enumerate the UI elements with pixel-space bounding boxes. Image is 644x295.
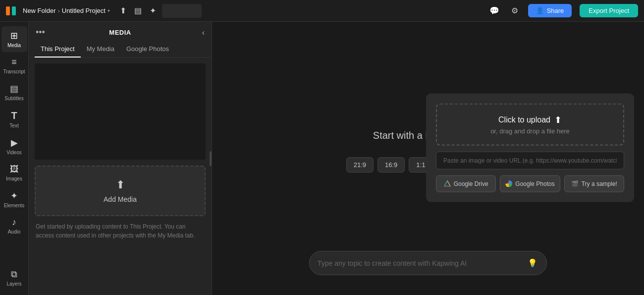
sidebar-item-audio[interactable]: ♪ Audio (1, 213, 27, 238)
tab-my-media[interactable]: My Media (81, 41, 120, 58)
text-icon: T (11, 110, 17, 121)
source-buttons: Google Drive Google Photos 🎬 Try a sampl… (436, 175, 624, 192)
panel-tabs: This Project My Media Google Photos (29, 41, 212, 58)
svg-line-2 (447, 180, 450, 186)
project-name[interactable]: Untitled Project (62, 7, 106, 14)
video-preview-thumbnail (35, 63, 206, 160)
sidebar-label-subtitles: Subtitles (4, 96, 23, 101)
sidebar-item-images[interactable]: 🖼 Images (1, 160, 27, 185)
sidebar-item-videos[interactable]: ▶ Videos (1, 133, 27, 159)
folder-name[interactable]: New Folder (23, 7, 55, 14)
panel-collapse-button[interactable]: ‹ (201, 27, 206, 38)
sidebar-item-subtitles[interactable]: ▤ Subtitles (1, 79, 27, 105)
panel-hint-text: Get started by uploading content to This… (35, 222, 206, 240)
layout-icon-btn[interactable]: ▤ (132, 4, 144, 17)
panel-resize-handle[interactable] (210, 151, 212, 166)
ai-input-bar: 💡 (309, 251, 547, 275)
sidebar-label-layers: Layers (6, 281, 21, 287)
sidebar-item-layers[interactable]: ⧉ Layers (1, 265, 27, 291)
sidebar-label-media: Media (7, 43, 21, 48)
upload-text: Click to upload (498, 115, 550, 124)
google-drive-label: Google Drive (454, 180, 488, 187)
topbar-right-icons: 💬 ⚙ 👤 Share Export Project (487, 4, 638, 17)
videos-icon: ▶ (11, 137, 18, 148)
sidebar-item-transcript[interactable]: ≡ Transcript (1, 53, 27, 78)
left-sidebar: ⊞ Media ≡ Transcript ▤ Subtitles T Text … (0, 22, 29, 295)
google-drive-icon (444, 180, 451, 187)
share-button[interactable]: 👤 Share (528, 4, 572, 17)
svg-marker-0 (444, 180, 450, 186)
sidebar-label-audio: Audio (8, 229, 21, 235)
upload-panel: Click to upload ⬆ or, drag and drop a fi… (426, 93, 634, 202)
sample-icon: 🎬 (571, 180, 579, 187)
url-input[interactable] (436, 151, 624, 169)
main-layout: ⊞ Media ≡ Transcript ▤ Subtitles T Text … (0, 22, 644, 295)
ai-lightbulb-icon-btn[interactable]: 💡 (527, 257, 538, 269)
sidebar-item-text[interactable]: T Text (1, 106, 27, 132)
transcript-icon: ≡ (11, 57, 17, 67)
aspect-21-9[interactable]: 21:9 (346, 157, 374, 173)
images-icon: 🖼 (10, 164, 19, 175)
share-label: Share (547, 7, 564, 14)
breadcrumb-separator: › (57, 7, 59, 14)
google-photos-button[interactable]: Google Photos (500, 175, 560, 192)
tab-this-project[interactable]: This Project (35, 41, 81, 58)
sidebar-label-text: Text (9, 123, 18, 128)
panel-header: ••• MEDIA ‹ (29, 22, 212, 41)
comment-icon-btn[interactable]: 💬 (487, 4, 501, 17)
app-logo (6, 6, 16, 15)
export-button[interactable]: Export Project (580, 4, 638, 17)
sidebar-item-elements[interactable]: ✦ Elements (1, 186, 27, 212)
svg-line-1 (444, 180, 447, 186)
upload-title: Click to upload ⬆ (445, 114, 615, 125)
panel-content: ⬆ Add Media Get started by uploading con… (29, 58, 212, 295)
upload-arrow-icon: ⬆ (554, 114, 562, 125)
google-drive-button[interactable]: Google Drive (436, 175, 496, 192)
sidebar-label-videos: Videos (6, 150, 21, 155)
share-icon: 👤 (536, 7, 544, 14)
google-photos-icon (505, 180, 512, 187)
subtitles-icon: ▤ (10, 83, 18, 94)
panel-more-button[interactable]: ••• (35, 26, 46, 39)
add-media-label: Add Media (104, 195, 137, 203)
sidebar-label-elements: Elements (4, 203, 25, 208)
elements-icon: ✦ (10, 190, 18, 201)
add-media-button[interactable]: ⬆ Add Media (35, 166, 206, 216)
canvas-area: Start with a blank canvas 21:9 16:9 1:1 … (212, 22, 644, 295)
sidebar-label-transcript: Transcript (3, 69, 25, 74)
google-photos-label: Google Photos (515, 180, 554, 187)
aspect-16-9[interactable]: 16:9 (377, 157, 405, 173)
upload-subtitle: or, drag and drop a file here (445, 127, 615, 134)
upload-drop-zone[interactable]: Click to upload ⬆ or, drag and drop a fi… (436, 103, 624, 145)
topbar: New Folder › Untitled Project ▾ ⬆ ▤ ✦ 💬 … (0, 0, 644, 22)
breadcrumb: New Folder › Untitled Project ▾ (23, 7, 110, 14)
media-panel: ••• MEDIA ‹ This Project My Media Google… (29, 22, 212, 295)
settings-icon-btn[interactable]: ✦ (148, 4, 158, 17)
ai-input[interactable] (318, 259, 522, 267)
project-dropdown-icon[interactable]: ▾ (107, 8, 110, 13)
sidebar-label-images: Images (6, 176, 22, 181)
panel-title: MEDIA (109, 29, 131, 36)
gear-icon-btn[interactable]: ⚙ (509, 4, 520, 17)
preview-bar (162, 4, 202, 18)
media-icon: ⊞ (10, 30, 18, 41)
sidebar-item-media[interactable]: ⊞ Media (1, 26, 27, 52)
try-sample-label: Try a sample! (582, 180, 617, 187)
upload-icon: ⬆ (116, 178, 125, 191)
upload-icon-btn[interactable]: ⬆ (118, 4, 128, 17)
layers-icon: ⧉ (11, 269, 17, 280)
tab-google-photos[interactable]: Google Photos (120, 41, 175, 58)
try-sample-button[interactable]: 🎬 Try a sample! (564, 175, 624, 192)
audio-icon: ♪ (12, 217, 16, 228)
